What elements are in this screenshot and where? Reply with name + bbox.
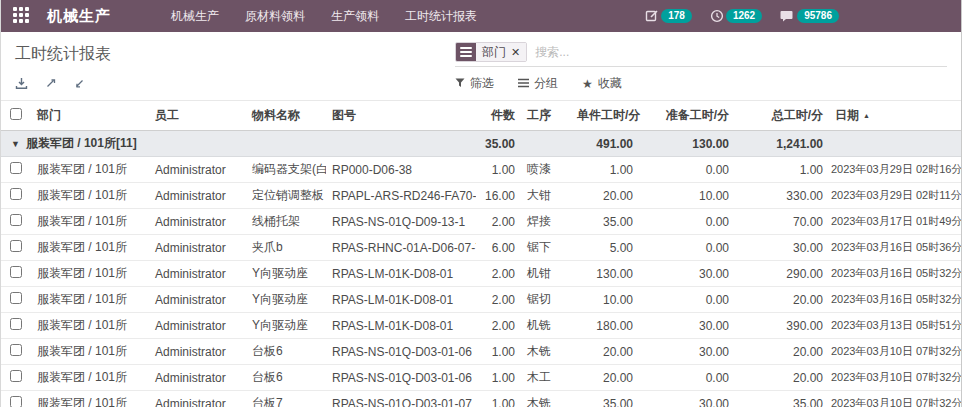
menu-item-raw-material[interactable]: 原材料领料 (245, 8, 305, 25)
row-checkbox[interactable] (10, 344, 22, 356)
col-employee[interactable]: 员工 (149, 101, 246, 131)
cell-date: 2023年03月13日 05时51分10秒 (829, 313, 962, 339)
cell-drawing-no: RPAS-NS-01Q-D09-13-1 (326, 209, 476, 235)
col-quantity[interactable]: 件数 (476, 101, 521, 131)
favorites-button[interactable]: ★ 收藏 (582, 75, 622, 92)
row-checkbox-cell (1, 287, 31, 313)
table-row[interactable]: 服装军团 / 101所AdministratorY向驱动座RPAS-LM-01K… (1, 261, 962, 287)
menu-item-timesheet-report[interactable]: 工时统计报表 (405, 8, 477, 25)
cell-quantity: 2.00 (476, 287, 521, 313)
cell-drawing-no: RPAS-LM-01K-D08-01 (326, 261, 476, 287)
row-checkbox[interactable] (10, 266, 22, 278)
cell-process: 木铣 (521, 391, 571, 407)
collapse-button[interactable] (73, 77, 86, 90)
col-process[interactable]: 工序 (521, 101, 571, 131)
cell-prep-time: 30.00 (639, 339, 735, 365)
cell-department: 服装军团 / 101所 (31, 287, 149, 313)
group-header-row[interactable]: ▼服装军团 / 101所[11]35.00491.00130.001,241.0… (1, 131, 962, 157)
table-row[interactable]: 服装军团 / 101所Administrator台板6RPAS-NS-01Q-D… (1, 339, 962, 365)
cell-date: 2023年03月29日 02时11分44秒 (829, 183, 962, 209)
col-drawing-no[interactable]: 图号 (326, 101, 476, 131)
cell-employee: Administrator (149, 157, 246, 183)
topbar-badges: 178 1262 95786 (645, 9, 839, 23)
group-unit-time-total: 491.00 (571, 131, 639, 157)
cell-employee: Administrator (149, 287, 246, 313)
cell-process: 锯切 (521, 287, 571, 313)
row-checkbox[interactable] (10, 292, 22, 304)
report-table-body: ▼服装军团 / 101所[11]35.00491.00130.001,241.0… (1, 131, 962, 407)
cell-date: 2023年03月10日 07时32分16秒 (829, 391, 962, 407)
row-checkbox-cell (1, 365, 31, 391)
row-checkbox-cell (1, 157, 31, 183)
cell-department: 服装军团 / 101所 (31, 391, 149, 407)
cell-total-time: 1.00 (735, 157, 829, 183)
menu-item-production[interactable]: 机械生产 (171, 8, 219, 25)
cell-material: 编码器支架(白色) (246, 157, 326, 183)
row-checkbox[interactable] (10, 214, 22, 226)
table-row[interactable]: 服装军团 / 101所Administrator台板7RPAS-NS-01Q-D… (1, 391, 962, 407)
col-prep-time[interactable]: 准备工时/分 (639, 101, 735, 131)
cell-department: 服装军团 / 101所 (31, 365, 149, 391)
cell-drawing-no: RPAS-LM-01K-D08-01 (326, 287, 476, 313)
row-checkbox-cell (1, 391, 31, 407)
row-checkbox[interactable] (10, 370, 22, 382)
cell-drawing-no: RPAS-NS-01Q-D03-01-06 (326, 339, 476, 365)
clock-button[interactable]: 1262 (710, 9, 762, 23)
group-label: 服装军团 / 101所[11] (26, 136, 137, 150)
row-checkbox[interactable] (10, 162, 22, 174)
cell-material: Y向驱动座 (246, 261, 326, 287)
cell-employee: Administrator (149, 313, 246, 339)
apps-grid-icon[interactable] (13, 7, 31, 25)
col-department[interactable]: 部门 (31, 101, 149, 131)
cell-department: 服装军团 / 101所 (31, 261, 149, 287)
cell-total-time: 290.00 (735, 261, 829, 287)
facet-remove-icon[interactable]: ✕ (511, 46, 520, 59)
table-row[interactable]: 服装军团 / 101所Administrator线桶托架RPAS-NS-01Q-… (1, 209, 962, 235)
search-input[interactable] (527, 43, 947, 61)
cell-employee: Administrator (149, 365, 246, 391)
cell-process: 木铣 (521, 339, 571, 365)
messages-button[interactable]: 95786 (780, 9, 839, 23)
cell-quantity: 1.00 (476, 157, 521, 183)
row-checkbox[interactable] (10, 188, 22, 200)
view-tools-row (15, 67, 455, 100)
cell-drawing-no: RPAPL-ARS-RD246-FA70-C-01-17-2 (326, 183, 476, 209)
table-row[interactable]: 服装军团 / 101所Administrator台板6RPAS-NS-01Q-D… (1, 365, 962, 391)
menu-item-production-picking[interactable]: 生产领料 (331, 8, 379, 25)
cell-prep-time: 30.00 (639, 391, 735, 407)
col-material[interactable]: 物料名称 (246, 101, 326, 131)
col-unit-time[interactable]: 单件工时/分 (571, 101, 639, 131)
cell-prep-time: 0.00 (639, 365, 735, 391)
table-row[interactable]: 服装军团 / 101所Administrator夹爪bRPAS-RHNC-01A… (1, 235, 962, 261)
col-date[interactable]: 日期▲ (829, 101, 962, 131)
collapse-arrows-icon (73, 78, 86, 93)
export-download-button[interactable] (15, 77, 28, 90)
cell-drawing-no: RPAS-NS-01Q-D03-01-07 (326, 391, 476, 407)
group-by-button[interactable]: 分组 (518, 75, 558, 92)
filters-button[interactable]: 筛选 (455, 75, 494, 92)
expand-button[interactable] (44, 77, 57, 90)
app-brand[interactable]: 机械生产 (47, 7, 111, 26)
row-checkbox[interactable] (10, 240, 22, 252)
row-checkbox[interactable] (10, 396, 22, 407)
cell-material: 线桶托架 (246, 209, 326, 235)
cell-prep-time: 30.00 (639, 261, 735, 287)
cell-process: 木工 (521, 365, 571, 391)
page-title: 工时统计报表 (15, 40, 455, 67)
cell-department: 服装军团 / 101所 (31, 235, 149, 261)
col-total-time[interactable]: 总工时/分 (735, 101, 829, 131)
row-checkbox[interactable] (10, 318, 22, 330)
activities-button[interactable]: 178 (645, 9, 692, 23)
cell-material: 定位销调整板 (246, 183, 326, 209)
table-row[interactable]: 服装军团 / 101所AdministratorY向驱动座RPAS-LM-01K… (1, 287, 962, 313)
table-row[interactable]: 服装军团 / 101所Administrator定位销调整板RPAPL-ARS-… (1, 183, 962, 209)
topbar-menu: 机械生产 原材料领料 生产领料 工时统计报表 (171, 8, 477, 25)
cell-unit-time: 20.00 (571, 339, 639, 365)
group-label-cell: ▼服装军团 / 101所[11] (1, 131, 476, 157)
select-all-checkbox[interactable] (10, 108, 22, 120)
table-row[interactable]: 服装军团 / 101所Administrator编码器支架(白色)RP000-D… (1, 157, 962, 183)
timesheet-report-table: 部门 员工 物料名称 图号 件数 工序 单件工时/分 准备工时/分 总工时/分 … (1, 101, 962, 407)
group-total-time-total: 1,241.00 (735, 131, 829, 157)
table-row[interactable]: 服装军团 / 101所AdministratorY向驱动座RPAS-LM-01K… (1, 313, 962, 339)
cell-total-time: 20.00 (735, 339, 829, 365)
